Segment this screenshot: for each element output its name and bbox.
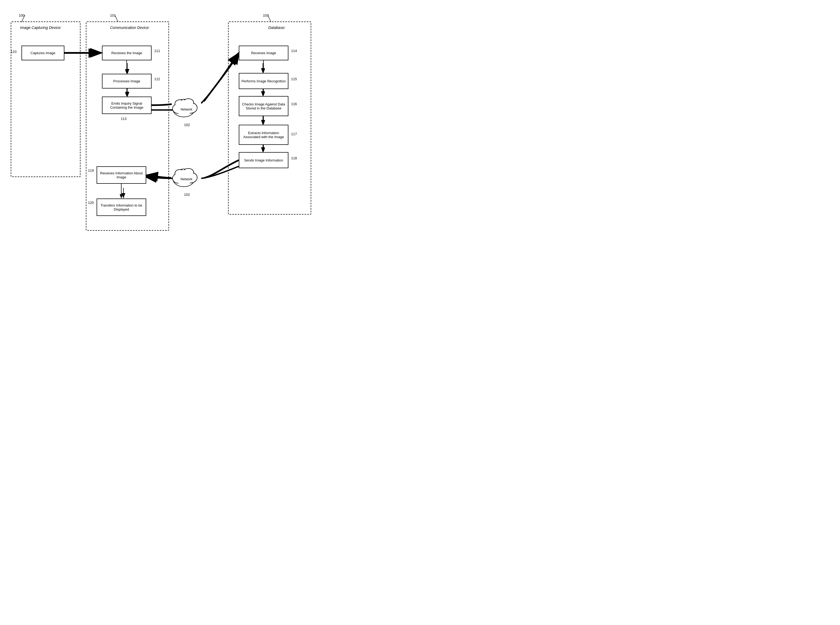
communication-label: Communication Device:	[110, 25, 150, 30]
ref-118: 118	[291, 156, 297, 160]
ref-102b: 102	[184, 193, 190, 197]
ref-113: 113	[121, 117, 127, 121]
network-cloud-top: Network	[169, 94, 204, 121]
node-111: Receives the Image	[102, 46, 152, 61]
node-115: Performs Image Recognition	[239, 73, 288, 89]
node-112: Processes Image	[102, 74, 152, 89]
image-capturing-label: Image Capturing Device:	[20, 25, 61, 30]
node-110: Captures Image	[22, 46, 64, 61]
image-capturing-box	[11, 22, 81, 177]
node-120: Transfers Information to be Displayed	[96, 199, 146, 216]
node-117: Extracts Information Associated with the…	[239, 125, 288, 145]
ref-119: 119	[88, 168, 94, 173]
ref-110: 110	[11, 50, 17, 54]
diagram-container: 100 Image Capturing Device: Captures Ima…	[5, 5, 317, 236]
ref-103: 103	[263, 13, 269, 17]
node-114: Receives Image	[239, 46, 288, 61]
node-119: Receives Information About Image	[96, 166, 146, 184]
ref-120: 120	[88, 201, 94, 205]
ref-116: 116	[291, 102, 297, 106]
node-113: Emits Inquiry Signal Containing the Imag…	[102, 96, 152, 114]
node-116: Checks Image Against Data Stored in the …	[239, 96, 288, 116]
ref-101: 101	[110, 13, 116, 17]
svg-text:Network: Network	[180, 177, 193, 181]
ref-114: 114	[291, 49, 297, 53]
ref-111: 111	[154, 49, 160, 53]
network-cloud-bottom: Network	[169, 163, 204, 190]
ref-115: 115	[291, 77, 297, 81]
ref-112: 112	[154, 77, 160, 81]
ref-117: 117	[291, 132, 297, 136]
svg-text:Network: Network	[180, 107, 193, 111]
ref-102a: 102	[184, 123, 190, 127]
database-label: Database:	[268, 25, 285, 30]
node-118: Sends Image Information	[239, 152, 288, 168]
ref-100: 100	[19, 13, 25, 17]
